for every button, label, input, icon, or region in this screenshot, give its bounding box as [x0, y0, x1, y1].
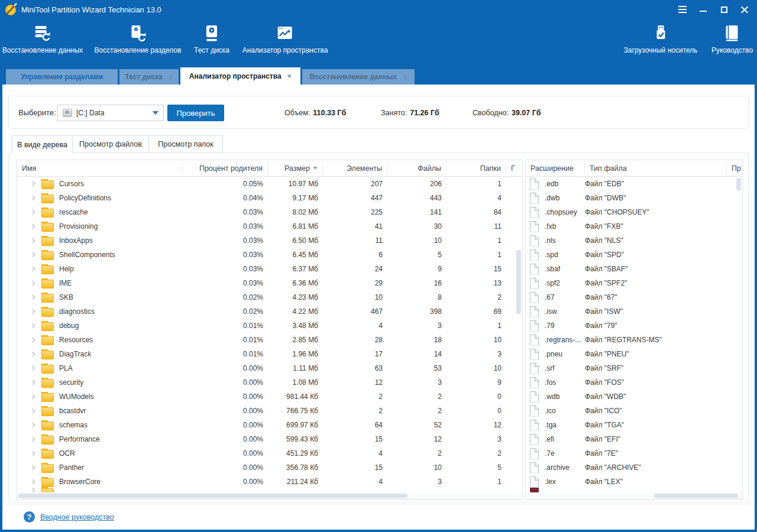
- tab-close-icon[interactable]: ×: [403, 73, 407, 81]
- ext-row[interactable]: .archive Файл "ARCHIVE": [526, 460, 742, 475]
- expand-chevron-icon[interactable]: [30, 238, 36, 244]
- column-header-name[interactable]: Имя: [17, 163, 182, 174]
- expand-chevron-icon[interactable]: [30, 309, 36, 314]
- tree-row[interactable]: ShellComponents 0.03% 6.45 Мб 6 5 1: [17, 248, 522, 262]
- expand-chevron-icon[interactable]: [30, 323, 36, 329]
- tab-close-icon[interactable]: ×: [169, 73, 173, 81]
- ext-row[interactable]: .spd Файл "SPD": [526, 248, 742, 262]
- check-button[interactable]: Проверить: [167, 105, 224, 121]
- ext-row[interactable]: .pneu Файл "PNEU": [526, 347, 742, 361]
- tree-row[interactable]: DiagTrack 0.01% 1.96 Мб 17 14 3: [17, 347, 522, 361]
- view-tab-folders[interactable]: Просмотр папок: [148, 135, 223, 153]
- tree-row[interactable]: IME 0.03% 6.36 Мб 29 16 13: [17, 276, 522, 290]
- expand-chevron-icon[interactable]: [30, 209, 36, 215]
- tab-disk-benchmark[interactable]: Тест диска ×: [119, 69, 179, 85]
- tree-row[interactable]: rescache 0.03% 8.02 Мб 225 141 84: [17, 205, 522, 219]
- expand-chevron-icon[interactable]: [30, 465, 36, 471]
- tree-row[interactable]: Resources 0.01% 2.85 Мб 28 18 10: [17, 333, 522, 347]
- ext-row[interactable]: .lex Файл "LEX": [526, 475, 742, 489]
- ext-row[interactable]: .regtrans-... Файл "REGTRANS-MS": [526, 333, 742, 347]
- column-header-size[interactable]: Размер: [268, 163, 323, 174]
- tree-row[interactable]: security 0.00% 1.08 Мб 12 3 9: [17, 375, 522, 390]
- ext-horizontal-scrollbar[interactable]: [526, 492, 742, 499]
- tab-data-recovery[interactable]: Восстановление данных ×: [302, 69, 415, 85]
- menu-icon[interactable]: [675, 2, 690, 17]
- tree-row[interactable]: Cursors 0.05% 10.97 Мб 207 206 1: [17, 177, 522, 191]
- expand-chevron-icon[interactable]: [30, 408, 36, 414]
- column-header-folders[interactable]: Папки: [447, 163, 506, 174]
- ext-row[interactable]: .tga Файл "TGA": [526, 418, 742, 432]
- toolbar-item-partition-recovery[interactable]: Восстановление разделов: [94, 24, 181, 54]
- expand-chevron-icon[interactable]: [30, 181, 36, 187]
- toolbar-item-disk-benchmark[interactable]: Тест диска: [194, 24, 229, 54]
- minimize-button[interactable]: [695, 2, 711, 17]
- toolbar-item-manual[interactable]: Руководство: [711, 24, 753, 54]
- expand-chevron-icon[interactable]: [30, 223, 36, 229]
- ext-vertical-scrollbar[interactable]: [736, 177, 742, 492]
- intro-guide-link[interactable]: Вводное руководство: [40, 513, 114, 521]
- expand-chevron-icon[interactable]: [30, 280, 36, 286]
- tree-row[interactable]: Provisioning 0.03% 6.81 Мб 41 30 11: [17, 219, 522, 233]
- ext-row[interactable]: .isw Файл "ISW": [526, 304, 742, 319]
- ext-row[interactable]: .efi Файл "EFI": [526, 432, 742, 446]
- expand-chevron-icon[interactable]: [30, 422, 36, 428]
- toolbar-item-data-recovery[interactable]: Восстановление данных: [2, 24, 83, 54]
- ext-vertical-scrollbar-thumb[interactable]: [736, 178, 741, 191]
- expand-chevron-icon[interactable]: [30, 450, 36, 456]
- expand-chevron-icon[interactable]: [30, 266, 36, 272]
- tree-row[interactable]: Panther 0.00% 356.78 Кб 15 10 5: [17, 460, 522, 475]
- tree-row[interactable]: SKB 0.02% 4.23 Мб 10 8 2: [17, 290, 522, 304]
- column-header-extension[interactable]: Расширение: [526, 163, 585, 174]
- tree-horizontal-scrollbar-thumb[interactable]: [18, 494, 407, 498]
- ext-row[interactable]: .ico Файл "ICO": [526, 404, 742, 418]
- column-header-percent[interactable]: Процент родителя: [182, 163, 268, 174]
- ext-row[interactable]: .spf2 Файл "SPF2": [526, 276, 742, 290]
- expand-chevron-icon[interactable]: [30, 252, 36, 258]
- toolbar-item-space-analyzer[interactable]: Анализатор пространства: [242, 24, 328, 54]
- expand-chevron-icon[interactable]: [30, 294, 36, 300]
- help-icon[interactable]: ?: [24, 511, 35, 523]
- column-header-elements[interactable]: Элементы: [323, 163, 387, 174]
- expand-chevron-icon[interactable]: [30, 436, 36, 442]
- expand-chevron-icon[interactable]: [30, 351, 36, 357]
- close-button[interactable]: [737, 2, 752, 17]
- tree-row[interactable]: Performance 0.00% 599.43 Кб 15 12 3: [17, 432, 522, 446]
- tab-space-analyzer[interactable]: Анализатор пространства ×: [180, 67, 300, 85]
- ext-row[interactable]: .7e Файл "7E": [526, 446, 742, 460]
- tree-vertical-scrollbar-thumb[interactable]: [516, 250, 521, 314]
- ext-row[interactable]: .chopsuey Файл "CHOPSUEY": [526, 205, 742, 219]
- view-tab-tree[interactable]: В виде дерева: [12, 135, 73, 154]
- ext-row[interactable]: .dwb Файл "DWB": [526, 191, 742, 205]
- tree-row[interactable]: BrowserCore 0.00% 211.24 Кб 4 3 1: [17, 475, 522, 489]
- ext-row[interactable]: .nls Файл "NLS": [526, 233, 742, 248]
- tree-row[interactable]: Help 0.03% 6.37 Мб 24 9 15: [17, 262, 522, 276]
- ext-row[interactable]: .fxb Файл "FXB": [526, 219, 742, 233]
- tree-row[interactable]: schemas 0.00% 699.97 Кб 64 52 12: [17, 418, 522, 432]
- expand-chevron-icon[interactable]: [30, 365, 36, 371]
- maximize-button[interactable]: [716, 2, 732, 17]
- expand-chevron-icon[interactable]: [30, 337, 36, 343]
- expand-chevron-icon[interactable]: [30, 379, 36, 385]
- tree-row[interactable]: PolicyDefinitions 0.04% 9.17 Мб 447 443 …: [17, 191, 522, 205]
- drive-select[interactable]: [C:] Data: [57, 105, 164, 121]
- tree-row[interactable]: debug 0.01% 3.48 Мб 4 3 1: [17, 319, 522, 333]
- ext-row[interactable]: .67 Файл "67": [526, 290, 742, 304]
- tree-vertical-scrollbar[interactable]: [516, 177, 522, 492]
- toolbar-item-bootable-media[interactable]: Загрузочный носитель: [623, 24, 697, 54]
- tab-close-icon[interactable]: ×: [287, 72, 292, 80]
- column-header-file-type[interactable]: Тип файла: [585, 163, 727, 174]
- tab-partition-management[interactable]: Управление разделами: [6, 69, 118, 85]
- expand-chevron-icon[interactable]: [30, 195, 36, 201]
- tree-row[interactable]: InboxApps 0.03% 6.50 Мб 11 10 1: [17, 233, 522, 248]
- ext-row[interactable]: .srf Файл "SRF": [526, 361, 742, 375]
- tree-row[interactable]: PLA 0.00% 1.11 Мб 63 53 10: [17, 361, 522, 375]
- tree-row[interactable]: OCR 0.00% 451.29 Кб 4 2 2: [17, 446, 522, 460]
- tree-row[interactable]: bcastdvr 0.00% 766.75 Кб 2 2 0: [17, 404, 522, 418]
- ext-row[interactable]: .79 Файл "79": [526, 319, 742, 333]
- ext-row[interactable]: .sbaf Файл "SBAF": [526, 262, 742, 276]
- tree-horizontal-scrollbar[interactable]: [17, 492, 522, 499]
- ext-row[interactable]: .wdb Файл "WDB": [526, 390, 742, 404]
- column-header-files[interactable]: Файлы: [387, 163, 447, 174]
- ext-horizontal-scrollbar-thumb[interactable]: [654, 494, 738, 498]
- expand-chevron-icon[interactable]: [30, 479, 36, 485]
